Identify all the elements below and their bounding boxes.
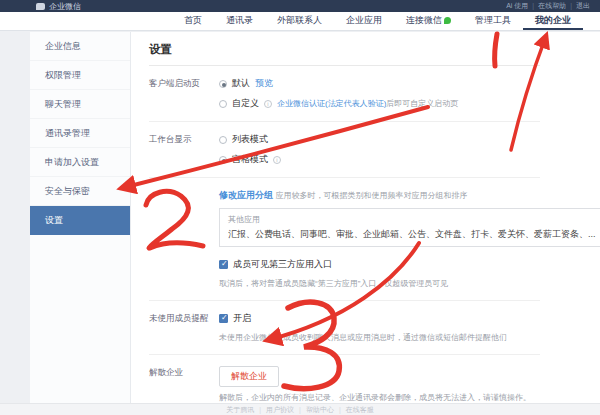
client-startup-label: 客户端启动页 bbox=[149, 77, 219, 110]
radio-grid-mode[interactable] bbox=[219, 156, 227, 164]
dissolve-label: 解散企业 bbox=[149, 366, 219, 403]
section-dissolve: 解散企业 解散企业 解散后，企业内的所有消息记录、企业通讯录都会删除，成员将无法… bbox=[149, 355, 540, 403]
preview-link[interactable]: 预览 bbox=[255, 77, 273, 90]
unused-reminder-desc: 未使用企业微信的成员收到聊天消息或应用消息时，通过微信或短信邮件提醒他们 bbox=[219, 332, 540, 343]
sidebar: 企业信息 权限管理 聊天管理 通讯录管理 申请加入设置 安全与保密 设置 bbox=[30, 32, 131, 403]
nav-external-contacts[interactable]: 外部联系人 bbox=[265, 12, 334, 30]
topbar-links: Ai 使用 在线帮助 退出 bbox=[506, 1, 590, 11]
nav-my-enterprise[interactable]: 我的企业 bbox=[523, 12, 583, 30]
sidebar-item-contacts-management[interactable]: 通讯录管理 bbox=[30, 119, 130, 148]
dissolve-desc: 解散后，企业内的所有消息记录、企业通讯录都会删除，成员将无法进入，请谨慎操作。 bbox=[219, 392, 540, 403]
page-title: 设置 bbox=[149, 42, 540, 66]
section-app-group: 修改应用分组 应用较多时，可根据类别和使用频率对应用分组和排序 其他应用 汇报、… bbox=[149, 178, 540, 301]
unused-reminder-label: 未使用成员提醒 bbox=[149, 312, 219, 343]
settings-panel: 设置 客户端启动页 默认 预览 自定义 企业微信认证(法定代表人验证)后即可自定… bbox=[131, 32, 600, 403]
radio-default-startup[interactable] bbox=[219, 80, 227, 88]
topbar-logout-link[interactable]: 退出 bbox=[570, 1, 590, 11]
other-apps-box: 其他应用 汇报、公费电话、同事吧、审批、企业邮箱、公告、文件盘、打卡、爱关怀、爱… bbox=[219, 208, 600, 247]
app-title: 企业微信 bbox=[49, 1, 81, 12]
checkbox-third-party-label: 成员可见第三方应用入口 bbox=[233, 258, 332, 271]
topbar-account-link[interactable]: Ai 使用 bbox=[506, 1, 528, 11]
sidebar-item-security[interactable]: 安全与保密 bbox=[30, 177, 130, 206]
info-icon bbox=[273, 156, 281, 164]
third-party-desc: 取消后，将对普通成员隐藏“第三方应用”入口，仅超级管理员可见 bbox=[219, 278, 600, 289]
nav-enterprise-apps[interactable]: 企业应用 bbox=[334, 12, 394, 30]
info-icon bbox=[264, 100, 272, 108]
nav-home[interactable]: 首页 bbox=[172, 12, 214, 30]
wechat-green-icon bbox=[444, 17, 451, 24]
checkbox-reminder-enabled[interactable] bbox=[219, 314, 228, 323]
verification-note: 后即可自定义启动页 bbox=[386, 99, 458, 108]
section-workbench: 工作台显示 列表模式 宫格模式 bbox=[149, 122, 540, 178]
radio-default-label: 默认 bbox=[232, 77, 250, 90]
dissolve-enterprise-button[interactable]: 解散企业 bbox=[219, 366, 279, 387]
radio-grid-label: 宫格模式 bbox=[232, 153, 268, 166]
footer-about-link[interactable]: 关于腾讯 bbox=[226, 405, 254, 415]
sidebar-item-join-settings[interactable]: 申请加入设置 bbox=[30, 148, 130, 177]
enterprise-wechat-admin: 企业微信 Ai 使用 在线帮助 退出 首页 通讯录 外部联系人 企业应用 连接微… bbox=[0, 0, 600, 415]
brand: 企业微信 bbox=[36, 1, 81, 12]
nav-admin-tools[interactable]: 管理工具 bbox=[463, 12, 523, 30]
sidebar-item-settings[interactable]: 设置 bbox=[30, 206, 130, 235]
radio-custom-startup[interactable] bbox=[219, 100, 227, 108]
edit-app-group-link[interactable]: 修改应用分组 bbox=[219, 190, 273, 200]
footer-agreement-link[interactable]: 用户协议 bbox=[259, 405, 294, 415]
workbench-label: 工作台显示 bbox=[149, 133, 219, 166]
footer-support-link[interactable]: 在线客服 bbox=[339, 405, 374, 415]
topbar: 企业微信 Ai 使用 在线帮助 退出 bbox=[0, 0, 600, 12]
verification-link[interactable]: 企业微信认证(法定代表人验证) bbox=[277, 99, 386, 108]
checkbox-reminder-label: 开启 bbox=[233, 312, 251, 325]
other-apps-list: 汇报、公费电话、同事吧、审批、企业邮箱、公告、文件盘、打卡、爱关怀、爱薪工资条、… bbox=[228, 228, 596, 241]
edit-app-group-desc: 应用较多时，可根据类别和使用频率对应用分组和排序 bbox=[276, 191, 468, 200]
footer: 关于腾讯 用户协议 帮助中心 在线客服 bbox=[0, 403, 600, 415]
section-unused-reminder: 未使用成员提醒 开启 未使用企业微信的成员收到聊天消息或应用消息时，通过微信或短… bbox=[149, 301, 540, 355]
radio-list-label: 列表模式 bbox=[232, 133, 268, 146]
topbar-help-link[interactable]: 在线帮助 bbox=[532, 1, 566, 11]
sidebar-item-permissions[interactable]: 权限管理 bbox=[30, 61, 130, 90]
sidebar-item-chat-management[interactable]: 聊天管理 bbox=[30, 90, 130, 119]
nav-connect-wechat[interactable]: 连接微信 bbox=[394, 12, 463, 30]
radio-custom-label: 自定义 bbox=[232, 97, 259, 110]
footer-help-link[interactable]: 帮助中心 bbox=[299, 405, 334, 415]
checkbox-third-party-visible[interactable] bbox=[219, 260, 228, 269]
section-client-startup: 客户端启动页 默认 预览 自定义 企业微信认证(法定代表人验证)后即可自定义启动… bbox=[149, 66, 540, 122]
main-nav: 首页 通讯录 外部联系人 企业应用 连接微信 管理工具 我的企业 bbox=[0, 12, 600, 31]
wechat-work-logo-icon bbox=[36, 3, 45, 10]
nav-contacts[interactable]: 通讯录 bbox=[214, 12, 265, 30]
other-apps-title: 其他应用 bbox=[228, 214, 596, 225]
radio-list-mode[interactable] bbox=[219, 136, 227, 144]
sidebar-item-enterprise-info[interactable]: 企业信息 bbox=[30, 32, 130, 61]
